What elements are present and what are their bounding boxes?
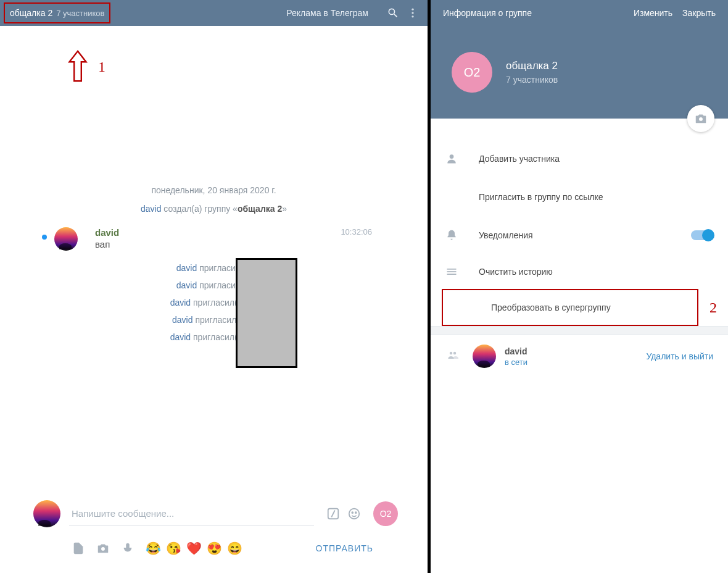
annotation-arrow-1: 1: [65, 49, 105, 85]
slash-command-icon[interactable]: [325, 506, 341, 522]
info-header: Информация о группе Изменить Закрыть: [431, 0, 728, 26]
compose-area: О2 😂 😘 ❤️ 😍 😄 ОТПРАВИТЬ: [0, 490, 428, 573]
svg-point-1: [412, 12, 413, 14]
message-row: david вап 10:32:06: [12, 227, 415, 249]
person-icon: [445, 153, 479, 165]
member-row[interactable]: david в сети Удалить и выйти: [431, 335, 728, 378]
svg-point-13: [450, 352, 453, 355]
emoji-quickbar[interactable]: 😂 😘 ❤️ 😍 😄: [146, 541, 242, 556]
attach-file-icon[interactable]: [72, 542, 85, 555]
redacted-block: [236, 258, 297, 368]
svg-rect-12: [447, 274, 457, 275]
svg-rect-11: [447, 271, 457, 272]
message-time: 10:32:06: [341, 227, 372, 236]
system-created-line: david создал(а) группу «общалка 2»: [12, 204, 415, 214]
avatar[interactable]: [54, 227, 78, 251]
annotation-number-1: 1: [98, 59, 105, 75]
menu-icon: [445, 266, 479, 278]
info-list: Добавить участника Пригласить в группу п…: [431, 119, 728, 378]
member-name: david: [505, 346, 646, 356]
close-button[interactable]: Закрыть: [682, 8, 716, 18]
system-invite-line: david пригласил(а) Vk: [12, 298, 415, 307]
group-avatar[interactable]: О2: [373, 501, 398, 526]
members-icon: [445, 349, 460, 363]
notifications-toggle[interactable]: [691, 230, 713, 240]
svg-point-14: [453, 352, 457, 355]
send-button[interactable]: ОТПРАВИТЬ: [316, 543, 373, 553]
notifications-item[interactable]: Уведомления: [431, 216, 728, 254]
invite-link-item[interactable]: Пригласить в группу по ссылке: [431, 178, 728, 216]
more-icon[interactable]: [407, 7, 419, 19]
svg-point-4: [349, 509, 360, 519]
chat-title[interactable]: общалка 2: [10, 8, 52, 18]
chat-panel: общалка 2 7 участников Реклама в Телегра…: [0, 0, 431, 573]
search-icon[interactable]: [387, 7, 399, 19]
svg-point-0: [412, 9, 413, 10]
svg-point-5: [352, 512, 353, 513]
system-invite-line: david пригласил(а): [12, 280, 415, 290]
svg-rect-10: [447, 269, 457, 270]
group-members-count: 7 участников: [506, 75, 558, 85]
info-hero: О2 общалка 2 7 участников: [431, 26, 728, 119]
date-separator: понедельник, 20 января 2020 г.: [12, 185, 415, 195]
camera-icon[interactable]: [96, 542, 110, 555]
edit-button[interactable]: Изменить: [634, 8, 672, 18]
system-invite-line: david пригласил(а) Vk: [12, 332, 415, 342]
annotation-wrap-2: Преобразовать в супергруппу 2: [431, 289, 728, 326]
info-panel: Информация о группе Изменить Закрыть О2 …: [431, 0, 728, 573]
convert-supergroup-item[interactable]: Преобразовать в супергруппу: [443, 290, 697, 325]
group-avatar[interactable]: О2: [452, 52, 492, 93]
svg-point-8: [699, 117, 703, 121]
leave-group-button[interactable]: Удалить и выйти: [646, 351, 713, 361]
annotation-number-2: 2: [709, 299, 717, 316]
bell-icon: [445, 229, 479, 241]
chat-body: 1 понедельник, 20 января 2020 г. david с…: [0, 26, 428, 490]
change-photo-button[interactable]: [687, 105, 714, 132]
svg-point-6: [355, 512, 357, 513]
system-invite-line: david пригласил(а) м: [12, 315, 415, 325]
member-status: в сети: [505, 358, 646, 367]
svg-point-2: [412, 15, 413, 17]
clear-history-item[interactable]: Очистить историю: [431, 254, 728, 289]
chat-members-count: 7 участников: [56, 9, 104, 18]
annotation-box-2: Преобразовать в супергруппу: [442, 289, 698, 326]
message-text: вап: [95, 239, 415, 249]
annotation-box-1: общалка 2 7 участников: [4, 2, 110, 23]
svg-point-7: [101, 547, 105, 551]
invite-block: david пригласил(а) david пригласил(а) da…: [12, 263, 415, 342]
avatar[interactable]: [473, 345, 496, 368]
unread-dot-icon: [42, 235, 47, 240]
group-name: общалка 2: [506, 60, 558, 72]
chat-header: общалка 2 7 участников Реклама в Телегра…: [0, 0, 428, 26]
mic-icon[interactable]: [121, 542, 134, 555]
svg-point-9: [450, 154, 454, 159]
system-invite-line: david пригласил(а): [12, 263, 415, 273]
section-divider: [431, 326, 728, 335]
message-input[interactable]: [69, 502, 314, 525]
emoji-icon[interactable]: [346, 506, 362, 522]
add-member-item[interactable]: Добавить участника: [431, 140, 728, 178]
ad-link[interactable]: Реклама в Телеграм: [286, 8, 368, 18]
avatar[interactable]: [33, 500, 60, 527]
info-panel-title: Информация о группе: [443, 8, 624, 18]
